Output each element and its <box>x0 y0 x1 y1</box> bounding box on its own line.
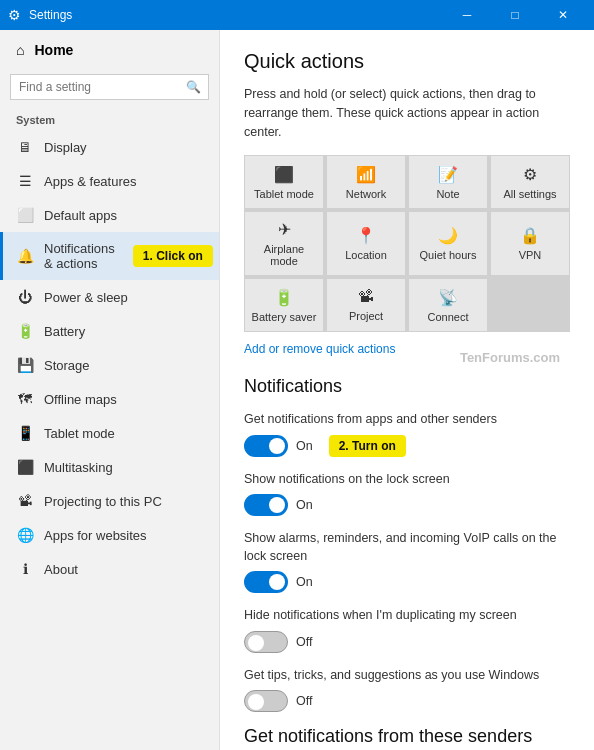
close-button[interactable]: ✕ <box>540 0 586 30</box>
airplane-mode-icon: ✈ <box>278 220 291 239</box>
about-icon: ℹ <box>16 561 34 577</box>
add-remove-link[interactable]: Add or remove quick actions <box>244 342 570 356</box>
toggle-state-duplicate-notif: Off <box>296 635 312 649</box>
qa-cell-note[interactable]: 📝Note <box>409 156 487 208</box>
toggle-tips-notif[interactable] <box>244 690 288 712</box>
notif-item-duplicate-notif: Hide notifications when I'm duplicating … <box>244 607 570 653</box>
sidebar-home-label: Home <box>34 42 73 58</box>
sidebar-item-offline[interactable]: 🗺Offline maps <box>0 382 219 416</box>
toggle-knob-tips-notif <box>248 694 264 710</box>
sidebar-search-container: 🔍 <box>10 74 209 100</box>
qa-label-quiet-hours: Quiet hours <box>420 249 477 261</box>
qa-cell-all-settings[interactable]: ⚙All settings <box>491 156 569 208</box>
apps-icon: ☰ <box>16 173 34 189</box>
notif-label-alarms-notif: Show alarms, reminders, and incoming VoI… <box>244 530 570 565</box>
toggle-state-alarms-notif: On <box>296 575 313 589</box>
notif-item-tips-notif: Get tips, tricks, and suggestions as you… <box>244 667 570 713</box>
notif-item-apps-notif: Get notifications from apps and other se… <box>244 411 570 457</box>
sidebar: ⌂ Home 🔍 System 🖥Display☰Apps & features… <box>0 30 220 750</box>
minimize-button[interactable]: ─ <box>444 0 490 30</box>
toggle-knob-duplicate-notif <box>248 635 264 651</box>
sidebar-item-apps[interactable]: ☰Apps & features <box>0 164 219 198</box>
qa-cell-tablet-mode[interactable]: ⬛Tablet mode <box>245 156 323 208</box>
notif-label-apps-notif: Get notifications from apps and other se… <box>244 411 570 429</box>
qa-label-project: Project <box>349 310 383 322</box>
sidebar-item-battery[interactable]: 🔋Battery <box>0 314 219 348</box>
sidebar-item-tablet[interactable]: 📱Tablet mode <box>0 416 219 450</box>
offline-icon: 🗺 <box>16 391 34 407</box>
search-input[interactable] <box>10 74 209 100</box>
qa-cell-network[interactable]: 📶Network <box>327 156 405 208</box>
sidebar-label-offline: Offline maps <box>44 392 117 407</box>
sidebar-item-storage[interactable]: 💾Storage <box>0 348 219 382</box>
sidebar-label-projecting: Projecting to this PC <box>44 494 162 509</box>
toggle-knob-alarms-notif <box>269 574 285 590</box>
qa-cell-airplane-mode[interactable]: ✈Airplane mode <box>245 212 323 275</box>
sidebar-label-battery: Battery <box>44 324 85 339</box>
qa-label-connect: Connect <box>428 311 469 323</box>
sidebar-item-projecting[interactable]: 📽Projecting to this PC <box>0 484 219 518</box>
multitasking-icon: ⬛ <box>16 459 34 475</box>
home-icon: ⌂ <box>16 42 24 58</box>
sidebar-item-about[interactable]: ℹAbout <box>0 552 219 586</box>
qa-cell-project[interactable]: 📽Project <box>327 279 405 331</box>
connect-icon: 📡 <box>438 288 458 307</box>
notif-label-duplicate-notif: Hide notifications when I'm duplicating … <box>244 607 570 625</box>
search-icon: 🔍 <box>186 80 201 94</box>
sidebar-item-notifications[interactable]: 🔔Notifications & actions1. Click on <box>0 232 219 280</box>
sidebar-home-button[interactable]: ⌂ Home <box>0 30 219 70</box>
sidebar-label-power: Power & sleep <box>44 290 128 305</box>
toggle-row-lock-screen-notif: On <box>244 494 570 516</box>
sidebar-item-power[interactable]: ⏻Power & sleep <box>0 280 219 314</box>
sidebar-item-display[interactable]: 🖥Display <box>0 130 219 164</box>
note-icon: 📝 <box>438 165 458 184</box>
sidebar-label-notifications: Notifications & actions <box>44 241 115 271</box>
sidebar-label-multitasking: Multitasking <box>44 460 113 475</box>
maximize-button[interactable]: □ <box>492 0 538 30</box>
sidebar-label-storage: Storage <box>44 358 90 373</box>
app-container: ⌂ Home 🔍 System 🖥Display☰Apps & features… <box>0 30 594 750</box>
toggle-lock-screen-notif[interactable] <box>244 494 288 516</box>
toggle-row-tips-notif: Off <box>244 690 570 712</box>
qa-cell-vpn[interactable]: 🔒VPN <box>491 212 569 275</box>
quiet-hours-icon: 🌙 <box>438 226 458 245</box>
sidebar-item-appsites[interactable]: 🌐Apps for websites <box>0 518 219 552</box>
sidebar-label-about: About <box>44 562 78 577</box>
sidebar-item-defaults[interactable]: ⬜Default apps <box>0 198 219 232</box>
toggle-knob-apps-notif <box>269 438 285 454</box>
notifications-title: Notifications <box>244 376 570 397</box>
notifications-list: Get notifications from apps and other se… <box>244 411 570 712</box>
qa-cell-connect[interactable]: 📡Connect <box>409 279 487 331</box>
display-icon: 🖥 <box>16 139 34 155</box>
main-content: TenForums.com Quick actions Press and ho… <box>220 30 594 750</box>
sidebar-items-container: 🖥Display☰Apps & features⬜Default apps🔔No… <box>0 130 219 586</box>
toggle-alarms-notif[interactable] <box>244 571 288 593</box>
qa-cell-quiet-hours[interactable]: 🌙Quiet hours <box>409 212 487 275</box>
callout-turn-on: 2. Turn on <box>329 435 406 457</box>
title-bar-icon: ⚙ <box>8 7 21 23</box>
toggle-state-lock-screen-notif: On <box>296 498 313 512</box>
qa-cell-battery-saver[interactable]: 🔋Battery saver <box>245 279 323 331</box>
sidebar-label-tablet: Tablet mode <box>44 426 115 441</box>
tablet-mode-icon: ⬛ <box>274 165 294 184</box>
qa-label-all-settings: All settings <box>503 188 556 200</box>
power-icon: ⏻ <box>16 289 34 305</box>
sidebar-item-multitasking[interactable]: ⬛Multitasking <box>0 450 219 484</box>
senders-title: Get notifications from these senders <box>244 726 570 747</box>
toggle-apps-notif[interactable] <box>244 435 288 457</box>
toggle-duplicate-notif[interactable] <box>244 631 288 653</box>
sidebar-label-appsites: Apps for websites <box>44 528 147 543</box>
toggle-row-duplicate-notif: Off <box>244 631 570 653</box>
qa-label-battery-saver: Battery saver <box>252 311 317 323</box>
quick-actions-description: Press and hold (or select) quick actions… <box>244 85 570 141</box>
quick-actions-title: Quick actions <box>244 50 570 73</box>
notif-item-alarms-notif: Show alarms, reminders, and incoming VoI… <box>244 530 570 593</box>
sidebar-label-display: Display <box>44 140 87 155</box>
notif-item-lock-screen-notif: Show notifications on the lock screenOn <box>244 471 570 517</box>
qa-label-tablet-mode: Tablet mode <box>254 188 314 200</box>
vpn-icon: 🔒 <box>520 226 540 245</box>
location-icon: 📍 <box>356 226 376 245</box>
qa-cell-location[interactable]: 📍Location <box>327 212 405 275</box>
project-icon: 📽 <box>358 288 374 306</box>
sidebar-section-label: System <box>0 108 219 130</box>
